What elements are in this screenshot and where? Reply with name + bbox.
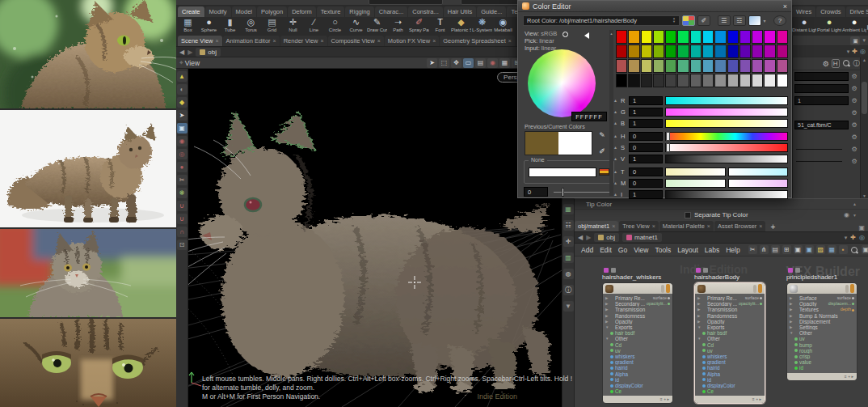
scene-viewport[interactable]: ⌖ View ➤⬚✥▭▤◉▦⊞ ▲◐◆➤▣◉◎●✂❋∪∪∩⊡ ⠿✦✎✚¹²➤◨▤… (176, 57, 574, 407)
color-wheel-marker[interactable] (563, 32, 568, 37)
network-toolbar-icon[interactable]: ⊞ (782, 245, 791, 254)
output-connector[interactable] (760, 344, 762, 346)
slider-value-field[interactable]: 0 (629, 132, 663, 141)
color-swatch[interactable] (764, 59, 775, 73)
node-title[interactable]: hairshaderBody (694, 273, 767, 281)
close-tab-icon[interactable]: × (432, 38, 436, 44)
output-connector[interactable] (760, 297, 762, 299)
follow-icon[interactable]: ◎ (859, 234, 865, 241)
output-connector[interactable] (668, 332, 670, 334)
node-footer[interactable]: ≡ + ▸ (787, 373, 857, 380)
viewport-tool-icon[interactable]: ✥ (451, 58, 461, 68)
output-connector[interactable] (852, 315, 854, 317)
gear-icon[interactable]: ⚙ (850, 158, 858, 165)
parameter-row[interactable]: ⚙ (793, 70, 860, 83)
node-parameter-row[interactable]: ▶ Primary Re... surface (695, 295, 765, 301)
shelf-tab[interactable]: Hair Utils (444, 6, 476, 17)
color-swatch[interactable] (665, 59, 676, 73)
shelf-tool[interactable]: TFont (430, 17, 450, 33)
color-swatch[interactable] (677, 45, 689, 58)
node-parameter-row[interactable]: whiskers (695, 354, 765, 359)
forward-icon[interactable]: ▶ (586, 234, 591, 241)
shelf-tab[interactable]: Constra... (408, 6, 443, 17)
shader-node[interactable]: principledshader1 ▶ (786, 268, 859, 381)
parameter-row[interactable]: ⚙ (793, 131, 860, 143)
output-connector[interactable] (852, 338, 854, 341)
color-swatch[interactable] (653, 74, 664, 87)
color-swatch[interactable] (665, 74, 676, 87)
output-connector[interactable] (668, 355, 670, 358)
node-parameter-row[interactable]: ▶ Secondary ... opacitylit... (695, 301, 765, 307)
color-swatch[interactable] (764, 45, 775, 58)
network-toolbar-icon[interactable]: ▦ (828, 245, 836, 254)
output-connector[interactable] (760, 367, 762, 370)
shelf-tool[interactable]: ✐Spray Paint (409, 17, 429, 33)
network-toolbar-icon[interactable]: ▣ (805, 245, 814, 254)
node-body[interactable]: ▶ Surface surface ▶ (786, 282, 857, 381)
sliders-rgb-icon[interactable]: ☰ (718, 15, 731, 26)
color-swatch[interactable] (752, 59, 763, 73)
color-swatch[interactable] (616, 59, 627, 73)
scroll-up-icon[interactable]: ▲ (853, 201, 857, 206)
gear-icon[interactable]: ⚙ (850, 109, 858, 117)
shelf-tab[interactable]: Modify (205, 6, 231, 17)
node-parameter-row[interactable]: Ce (603, 388, 672, 394)
node-parameter-row[interactable]: ▶ Textures depth (787, 307, 857, 312)
node-parameter-row[interactable]: ▼ Other (603, 336, 672, 341)
color-swatch[interactable] (702, 74, 714, 87)
node-parameter-row[interactable]: hairid (603, 365, 672, 371)
shelf-tool[interactable]: ◉Metaball (493, 17, 513, 33)
node-footer[interactable]: ≡ + ▸ (695, 396, 765, 403)
parameter-row[interactable]: ⚙ (793, 83, 860, 95)
network-menu-item[interactable]: Labs (705, 246, 719, 254)
network-menu-item[interactable]: Tools (655, 246, 671, 254)
display-option-icon[interactable]: ▥ (563, 252, 574, 263)
shader-node[interactable]: hairshaderBody ▶ (694, 268, 767, 404)
color-swatch[interactable] (777, 45, 788, 58)
hotkey-icon[interactable]: H (832, 59, 840, 68)
color-swatch[interactable] (690, 74, 702, 87)
shelf-tab[interactable]: Charac... (375, 6, 407, 17)
output-connector[interactable] (760, 309, 762, 312)
menu-item[interactable]: Help (338, 5, 353, 6)
parameter-row[interactable]: ⚙ (793, 107, 860, 119)
node-parameter-row[interactable]: uv (695, 348, 765, 354)
output-connector[interactable] (668, 344, 670, 346)
color-swatch[interactable] (616, 74, 627, 87)
viewport-side-tool-icon[interactable]: ● (177, 162, 188, 172)
viewport-tool-icon[interactable]: ▦ (499, 58, 510, 68)
shelf-tool[interactable]: ●Ambient Light (842, 17, 866, 33)
color-swatch[interactable] (628, 59, 639, 73)
shelf-tool[interactable]: ✛Null (283, 17, 303, 33)
node-parameter-row[interactable]: ▶ Settings (787, 324, 857, 330)
slider-bar[interactable] (728, 179, 789, 188)
gear-icon[interactable]: ⚙ (850, 134, 858, 141)
network-menu-item[interactable]: Add (581, 246, 593, 254)
shelf-tool[interactable]: ∕Line (304, 17, 324, 33)
group-expand-icon[interactable]: ▲ (613, 98, 618, 103)
color-swatch[interactable] (702, 45, 714, 58)
node-parameter-row[interactable]: hairid (695, 365, 765, 371)
menu-item[interactable]: Render (229, 5, 253, 6)
gradient-mode-icon[interactable] (748, 15, 761, 26)
gear-icon[interactable]: ⚙ (850, 85, 858, 92)
slider-bar[interactable] (665, 179, 726, 188)
viewport-side-tool-icon[interactable]: ◉ (177, 136, 188, 146)
follow-icon[interactable]: ◎ (860, 48, 866, 55)
output-connector[interactable] (668, 379, 670, 381)
pin-icon[interactable]: ✚ (852, 48, 857, 55)
shelf-tool[interactable]: ✎Draw Curve (367, 17, 387, 33)
color-swatch[interactable] (777, 30, 788, 44)
shelf-tool[interactable]: ◆Platonic Solids (451, 17, 471, 33)
output-connector[interactable] (760, 379, 762, 381)
pane-tab[interactable]: Asset Browser× (714, 221, 765, 231)
search-icon[interactable] (842, 59, 851, 68)
color-swatch[interactable] (764, 74, 775, 87)
node-header[interactable] (695, 283, 765, 294)
node-parameter-row[interactable]: uv (787, 336, 857, 341)
gear-icon[interactable]: ⚙ (850, 97, 858, 104)
shelf-tool[interactable]: ●Distant Light (792, 17, 816, 33)
color-wheel-value-marker[interactable] (584, 32, 589, 39)
slider-bar[interactable] (665, 108, 788, 117)
group-expand-icon[interactable]: ▲ (613, 169, 618, 174)
